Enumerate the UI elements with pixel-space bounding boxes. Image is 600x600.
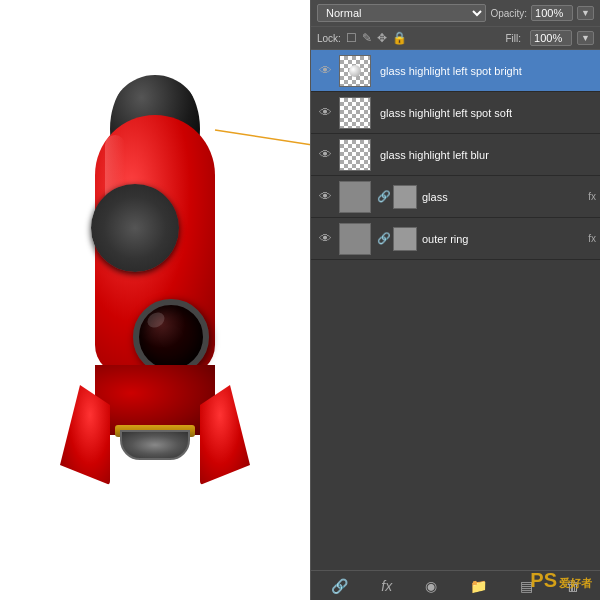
rocket-nozzle <box>120 430 190 460</box>
link-icon[interactable]: 🔗 <box>331 578 348 594</box>
layer-row[interactable]: 👁 🔗 outer ring fx <box>311 218 600 260</box>
layer-visibility-icon[interactable]: 👁 <box>315 189 335 204</box>
layer-row[interactable]: 👁 glass highlight left spot bright <box>311 50 600 92</box>
opacity-input[interactable] <box>531 5 573 21</box>
layer-name: glass highlight left spot bright <box>375 65 596 77</box>
ps-watermark: PS爱好者 <box>530 569 592 592</box>
rocket-fin-right <box>200 385 250 485</box>
window-ring <box>91 184 179 272</box>
fx-icon[interactable]: fx <box>381 578 392 594</box>
layer-thumb-dot <box>349 65 361 77</box>
lock-brush-icon[interactable]: ✎ <box>362 31 372 45</box>
lock-label: Lock: <box>317 33 341 44</box>
layer-thumbnail <box>339 181 371 213</box>
layer-thumbnail <box>339 139 371 171</box>
layers-list: 👁 glass highlight left spot bright 👁 gla… <box>311 50 600 260</box>
layer-row[interactable]: 👁 glass highlight left blur <box>311 134 600 176</box>
layer-link-icon[interactable]: 🔗 <box>377 190 391 203</box>
opacity-arrow[interactable]: ▼ <box>577 6 594 20</box>
layers-panel: Normal Opacity: ▼ Lock: ☐ ✎ ✥ 🔒 Fill: ▼ … <box>310 0 600 600</box>
blend-mode-select[interactable]: Normal <box>317 4 486 22</box>
opacity-label: Opacity: <box>490 8 527 19</box>
fill-arrow[interactable]: ▼ <box>577 31 594 45</box>
layer-thumbnail <box>339 223 371 255</box>
rocket-area: PS <box>0 0 310 600</box>
layer-name: glass highlight left blur <box>375 149 596 161</box>
layer-mask-thumbnail <box>393 185 417 209</box>
rocket-fin-left <box>60 385 110 485</box>
layer-name: outer ring <box>417 233 584 245</box>
layer-mask-thumbnail <box>393 227 417 251</box>
lock-check-icon[interactable]: ☐ <box>346 31 357 45</box>
layer-name: glass <box>417 191 584 203</box>
layer-row[interactable]: 👁 🔗 glass fx <box>311 176 600 218</box>
mask-icon[interactable]: ◉ <box>425 578 437 594</box>
layer-visibility-icon[interactable]: 👁 <box>315 147 335 162</box>
layer-thumbnail <box>339 55 371 87</box>
folder-icon[interactable]: 📁 <box>470 578 487 594</box>
layer-thumbnail <box>339 97 371 129</box>
panel-lock-bar: Lock: ☐ ✎ ✥ 🔒 Fill: ▼ <box>311 27 600 50</box>
lock-move-icon[interactable]: ✥ <box>377 31 387 45</box>
rocket-window <box>133 299 209 375</box>
rocket-wrapper: PS <box>55 75 255 555</box>
layer-fx-badge: fx <box>588 233 596 244</box>
layer-visibility-icon[interactable]: 👁 <box>315 231 335 246</box>
lock-padlock-icon[interactable]: 🔒 <box>392 31 407 45</box>
fill-input[interactable] <box>530 30 572 46</box>
layer-visibility-icon[interactable]: 👁 <box>315 105 335 120</box>
layer-row[interactable]: 👁 glass highlight left spot soft <box>311 92 600 134</box>
panel-top-bar: Normal Opacity: ▼ <box>311 0 600 27</box>
layer-name: glass highlight left spot soft <box>375 107 596 119</box>
layer-link-icon[interactable]: 🔗 <box>377 232 391 245</box>
layer-visibility-icon[interactable]: 👁 <box>315 63 335 78</box>
fill-label: Fill: <box>506 33 522 44</box>
layer-fx-badge: fx <box>588 191 596 202</box>
